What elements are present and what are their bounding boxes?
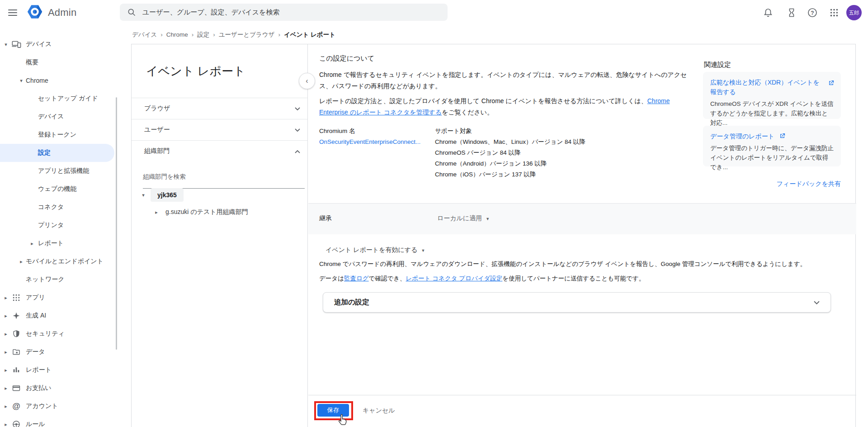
expander-right-icon[interactable]: ▸ bbox=[29, 241, 35, 247]
related-settings-title: 関連設定 bbox=[704, 61, 731, 69]
sidebar-item-account[interactable]: ▸ @ アカウント bbox=[0, 397, 131, 415]
chromium-name-label: Chromium 名 bbox=[319, 126, 435, 137]
sidebar-item-printers[interactable]: プリンタ bbox=[0, 216, 131, 234]
data-governance-desc: データ管理のトリガー時に、データ漏洩防止イベントのレポートをリアルタイムで取得で… bbox=[710, 143, 834, 172]
audit-log-line: データは監査ログで確認でき、レポート コネクタ プロバイダ設定を使用してパートナ… bbox=[319, 275, 645, 283]
sidebar-item-security[interactable]: ▸ セキュリティ bbox=[0, 325, 131, 343]
search-icon bbox=[127, 8, 136, 17]
sidebar-item-apps-extensions[interactable]: アプリと拡張機能 bbox=[0, 162, 131, 180]
org-unit-search-input[interactable]: 組織部門を検索 bbox=[143, 173, 305, 189]
external-link-icon bbox=[779, 133, 786, 141]
audit-log-link[interactable]: 監査ログ bbox=[344, 275, 369, 282]
help-icon[interactable]: ? bbox=[806, 6, 819, 19]
sidebar-item-settings[interactable]: 設定 bbox=[0, 144, 114, 162]
expander-right-icon[interactable]: ▸ bbox=[3, 349, 9, 355]
cancel-button[interactable]: キャンセル bbox=[363, 404, 395, 417]
about-title: この設定について bbox=[319, 54, 374, 63]
sidebar-item-devices[interactable]: ▾ デバイス bbox=[0, 35, 131, 53]
sidebar-item-mobile-endpoints[interactable]: ▸ モバイルとエンドポイント bbox=[0, 252, 131, 270]
sidebar-item-gen-ai[interactable]: ▸ 生成 AI bbox=[0, 307, 131, 325]
breadcrumb-item[interactable]: Chrome bbox=[166, 31, 188, 38]
sidebar-item-reports[interactable]: ▸ レポート bbox=[0, 361, 131, 379]
content-card: イベント レポート ブラウザ ユーザー 組織部門 組織部門を検索 ▾ yjk36… bbox=[131, 44, 856, 427]
section-users[interactable]: ユーザー bbox=[132, 119, 307, 140]
expander-right-icon[interactable]: ▸ bbox=[153, 209, 160, 215]
chevron-down-icon bbox=[295, 105, 300, 112]
org-tree-root[interactable]: ▾ yjk365 bbox=[140, 188, 184, 202]
page-title: イベント レポート bbox=[146, 63, 245, 79]
sidebar-item-overview[interactable]: 概要 bbox=[0, 53, 131, 71]
expander-right-icon[interactable]: ▸ bbox=[3, 313, 9, 319]
related-card-data-governance[interactable]: データ管理のレポート データ管理のトリガー時に、データ漏洩防止イベントのレポート… bbox=[703, 126, 841, 166]
setting-detail-panel: この設定について Chrome で報告するセキュリティ イベントを指定します。イ… bbox=[308, 44, 856, 427]
data-governance-link[interactable]: データ管理のレポート bbox=[710, 132, 774, 141]
avatar[interactable]: 五郎 bbox=[846, 5, 862, 20]
expander-right-icon[interactable]: ▸ bbox=[3, 403, 9, 409]
section-org-units[interactable]: 組織部門 bbox=[132, 140, 307, 161]
notifications-bell-icon[interactable] bbox=[762, 6, 774, 19]
expander-down-icon[interactable]: ▾ bbox=[140, 192, 147, 198]
collapse-panel-button[interactable]: ‹ bbox=[299, 73, 315, 89]
enable-event-reporting-dropdown[interactable]: イベント レポートを有効にする▼ bbox=[326, 246, 425, 254]
sidebar-item-rules[interactable]: ▸ ルール bbox=[0, 415, 131, 427]
related-card-xdr[interactable]: 広範な検出と対応（XDR）イベントを報告する ChromeOS デバイスが XD… bbox=[703, 72, 841, 119]
about-paragraph-1: Chrome で報告するセキュリティ イベントを指定します。イベントのタイプには… bbox=[319, 69, 688, 92]
admin-hexagon-icon bbox=[26, 3, 43, 22]
xdr-events-link[interactable]: 広範な検出と対応（XDR）イベントを報告する bbox=[710, 78, 834, 97]
sidebar-item-apps[interactable]: ▸ アプリ bbox=[0, 289, 131, 307]
breadcrumb-item[interactable]: ユーザーとブラウザ bbox=[219, 31, 275, 38]
expander-down-icon[interactable]: ▾ bbox=[18, 78, 24, 84]
expander-right-icon[interactable]: ▸ bbox=[3, 385, 9, 391]
expander-right-icon[interactable]: ▸ bbox=[3, 295, 9, 301]
inheritance-dropdown[interactable]: ローカルに適用▼ bbox=[437, 214, 490, 223]
sidebar-item-chrome-reports[interactable]: ▸ レポート bbox=[0, 234, 131, 252]
expander-right-icon[interactable]: ▸ bbox=[3, 422, 9, 427]
supported-item: Chrome（Windows、Mac、Linux）バージョン 84 以降 bbox=[435, 137, 585, 147]
sidebar-nav: ▾ デバイス 概要 ▾ Chrome セットアップ ガイド デバイス 登録トーク… bbox=[0, 35, 131, 427]
apps-icon bbox=[11, 292, 22, 303]
caret-down-icon: ▼ bbox=[421, 248, 425, 253]
caret-down-icon: ▼ bbox=[486, 217, 490, 221]
sidebar-item-enrollment-tokens[interactable]: 登録トークン bbox=[0, 126, 131, 144]
sidebar-item-billing[interactable]: ▸ お支払い bbox=[0, 379, 131, 397]
expander-right-icon[interactable]: ▸ bbox=[3, 331, 9, 337]
connector-provider-settings-link[interactable]: レポート コネクタ プロバイダ設定 bbox=[406, 275, 503, 282]
external-link-icon bbox=[828, 80, 835, 88]
chromium-policy-link[interactable]: OnSecurityEventEnterpriseConnect... bbox=[319, 137, 432, 147]
settings-filter-panel: イベント レポート ブラウザ ユーザー 組織部門 組織部門を検索 ▾ yjk36… bbox=[132, 44, 308, 427]
expander-right-icon[interactable]: ▸ bbox=[18, 259, 24, 265]
search-placeholder: ユーザー、グループ、設定、デバイスを検索 bbox=[142, 8, 280, 17]
additional-settings-expander[interactable]: 追加の設定 bbox=[323, 292, 831, 313]
hamburger-menu-icon[interactable] bbox=[7, 8, 18, 17]
section-browser[interactable]: ブラウザ bbox=[132, 98, 307, 119]
admin-logo[interactable]: Admin bbox=[26, 3, 76, 22]
breadcrumb-current: イベント レポート bbox=[284, 31, 335, 38]
breadcrumb-item[interactable]: 設定 bbox=[197, 31, 209, 38]
share-feedback-link[interactable]: フィードバックを共有 bbox=[703, 180, 841, 188]
sidebar-item-web-features[interactable]: ウェブの機能 bbox=[0, 180, 131, 198]
org-tree-child[interactable]: ▸ g.suzuki のテスト用組織部門 bbox=[153, 208, 248, 216]
supported-item: ChromeOS バージョン 84 以降 bbox=[435, 147, 585, 158]
org-child-label: g.suzuki のテスト用組織部門 bbox=[165, 208, 248, 216]
sidebar-item-chrome[interactable]: ▾ Chrome bbox=[0, 71, 131, 90]
supported-item: Chrome（Android）バージョン 136 以降 bbox=[435, 158, 585, 169]
breadcrumb-item[interactable]: デバイス bbox=[132, 31, 157, 38]
devices-icon bbox=[11, 39, 22, 50]
sidebar-item-chrome-devices[interactable]: デバイス bbox=[0, 108, 131, 126]
expander-down-icon[interactable]: ▾ bbox=[3, 42, 9, 47]
sidebar-item-data[interactable]: ▸ データ bbox=[0, 343, 131, 361]
apps-grid-icon[interactable] bbox=[828, 6, 840, 19]
sidebar-item-networks[interactable]: ネットワーク bbox=[0, 270, 131, 289]
sidebar-item-setup-guide[interactable]: セットアップ ガイド bbox=[0, 90, 131, 108]
expander-right-icon[interactable]: ▸ bbox=[3, 367, 9, 373]
chevron-down-icon bbox=[814, 299, 820, 307]
panel-title-row: イベント レポート bbox=[132, 44, 307, 98]
global-search-input[interactable]: ユーザー、グループ、設定、デバイスを検索 bbox=[120, 4, 448, 21]
supported-on-label: サポート対象 bbox=[435, 126, 585, 137]
org-root-label[interactable]: yjk365 bbox=[151, 188, 184, 202]
sidebar-scrollbar[interactable] bbox=[116, 97, 117, 350]
hourglass-tasks-icon[interactable] bbox=[785, 6, 798, 19]
sidebar-item-connectors[interactable]: コネクタ bbox=[0, 198, 131, 216]
footer-divider bbox=[308, 395, 856, 395]
chevron-down-icon bbox=[295, 126, 300, 133]
